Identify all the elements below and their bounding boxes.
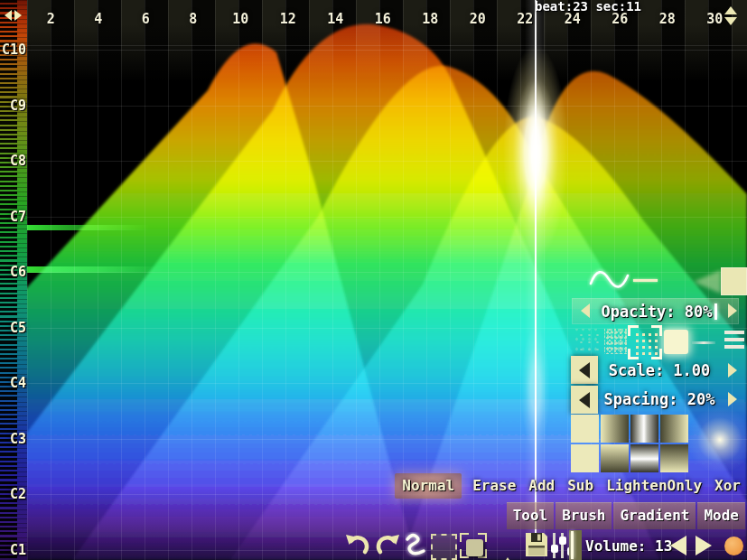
blend-mode-erase[interactable]: Erase bbox=[471, 473, 518, 499]
timeline-beat-label: 2 bbox=[27, 10, 75, 28]
timeline-beat-label: 20 bbox=[454, 10, 502, 28]
timeline-beat-label: 4 bbox=[75, 10, 123, 28]
arrow-down-icon[interactable] bbox=[724, 17, 737, 25]
octave-label: C1 bbox=[0, 539, 27, 560]
octave-label: C2 bbox=[0, 483, 27, 505]
spacing-label: Spacing: 20% bbox=[592, 390, 727, 408]
spacing-increase-button[interactable] bbox=[728, 392, 737, 406]
curve-tool-button[interactable] bbox=[405, 532, 426, 557]
timeline-beat-label: 18 bbox=[406, 10, 454, 28]
gradient-swatch-radial-glow[interactable] bbox=[686, 406, 747, 473]
octave-label: C10 bbox=[0, 39, 27, 61]
brush-soft-square[interactable] bbox=[664, 330, 688, 354]
triangle-left-icon bbox=[579, 392, 590, 408]
blend-mode-lightenonly[interactable]: LightenOnly bbox=[604, 473, 704, 499]
keyboard-collapse-button[interactable] bbox=[5, 10, 26, 21]
brush-line[interactable] bbox=[692, 341, 715, 344]
volume-label: Volume: 13 bbox=[585, 537, 672, 555]
volume-up-button[interactable] bbox=[696, 536, 712, 555]
tab-mode[interactable]: Mode bbox=[697, 502, 745, 529]
playhead-marker-button[interactable] bbox=[569, 530, 582, 560]
undo-button[interactable] bbox=[345, 533, 369, 556]
opacity-value: Opacity: 80% bbox=[602, 303, 713, 321]
save-button[interactable] bbox=[524, 531, 549, 558]
arrow-up-icon[interactable] bbox=[724, 6, 737, 14]
menu-icon[interactable] bbox=[724, 331, 744, 349]
text-cursor bbox=[714, 303, 717, 320]
blend-mode-sub[interactable]: Sub bbox=[565, 473, 595, 499]
blend-mode-xor[interactable]: Xor bbox=[713, 473, 742, 499]
tab-brush[interactable]: Brush bbox=[556, 502, 612, 529]
triangle-right-icon bbox=[14, 10, 22, 21]
octave-label: C4 bbox=[0, 372, 27, 394]
spectral-synth-app: C10C9C8C7C6C5C4C3C2C1 246810121416182022… bbox=[0, 0, 747, 560]
timeline-beat-label: 8 bbox=[170, 10, 218, 28]
timeline-beat-label: 14 bbox=[312, 10, 359, 28]
octave-label: C7 bbox=[0, 206, 27, 228]
redo-button[interactable] bbox=[376, 533, 400, 556]
octave-label: C9 bbox=[0, 95, 27, 117]
gradient-swatch-solid-2[interactable] bbox=[571, 444, 599, 472]
gradient-swatch-h-dark-light[interactable] bbox=[660, 415, 688, 443]
opacity-label: Opacity: 80% bbox=[596, 303, 723, 321]
gradient-swatch-v-bright-center[interactable] bbox=[630, 444, 658, 472]
octave-label: C3 bbox=[0, 428, 27, 450]
square-stroke-button[interactable] bbox=[721, 267, 747, 295]
brush-dense-noise[interactable] bbox=[604, 329, 629, 354]
gradient-swatch-solid[interactable] bbox=[571, 415, 599, 443]
blend-mode-row: Normal Erase Add Sub LightenOnly Xor bbox=[395, 473, 742, 499]
scale-label: Scale: 1.00 bbox=[596, 361, 723, 379]
sine-stroke-icon[interactable] bbox=[587, 267, 630, 293]
scale-increase-button[interactable] bbox=[728, 363, 737, 378]
timeline-beat-label: 12 bbox=[265, 10, 313, 28]
line-stroke-icon[interactable] bbox=[633, 279, 658, 282]
tab-gradient[interactable]: Gradient bbox=[613, 502, 696, 529]
blend-mode-normal[interactable]: Normal bbox=[395, 473, 462, 499]
select-fill-button[interactable] bbox=[460, 533, 487, 558]
brush-sparse-noise[interactable] bbox=[575, 329, 600, 354]
select-marquee-button[interactable] bbox=[431, 534, 457, 560]
gradient-swatch-v-dark-light[interactable] bbox=[660, 444, 688, 472]
timeline-beat-label: 10 bbox=[217, 10, 265, 28]
stroke-prev-ghost-icon bbox=[694, 270, 721, 294]
scale-decrease-button[interactable] bbox=[571, 356, 598, 384]
octave-labels: C10C9C8C7C6C5C4C3C2C1 bbox=[0, 39, 27, 560]
panel-tabs: Tool Brush Gradient Mode bbox=[507, 502, 745, 529]
opacity-increase-button[interactable] bbox=[728, 303, 737, 318]
timeline-beat-label: 28 bbox=[644, 10, 692, 28]
beat-time-readout: beat:23 sec:11 bbox=[535, 0, 641, 14]
gradient-swatch-v-light-dark[interactable] bbox=[601, 444, 629, 472]
octave-label: C6 bbox=[0, 261, 27, 283]
timeline-beat-label: 16 bbox=[359, 10, 407, 28]
gradient-swatch-h-light-dark[interactable] bbox=[601, 415, 629, 443]
gradient-swatch-h-bright-center[interactable] bbox=[630, 415, 658, 443]
brush-selection-brackets-icon bbox=[628, 325, 662, 359]
volume-down-button[interactable] bbox=[670, 536, 686, 555]
triangle-left-icon bbox=[579, 362, 590, 378]
tab-tool[interactable]: Tool bbox=[507, 502, 555, 529]
blend-mode-add[interactable]: Add bbox=[527, 473, 556, 499]
record-button[interactable] bbox=[724, 537, 743, 555]
timeline-scroll-buttons[interactable] bbox=[724, 6, 737, 25]
opacity-decrease-button[interactable] bbox=[581, 303, 590, 318]
triangle-left-icon bbox=[5, 10, 12, 21]
timeline-beat-label: 6 bbox=[122, 10, 170, 28]
octave-label: C5 bbox=[0, 317, 27, 339]
octave-label: C8 bbox=[0, 150, 27, 172]
